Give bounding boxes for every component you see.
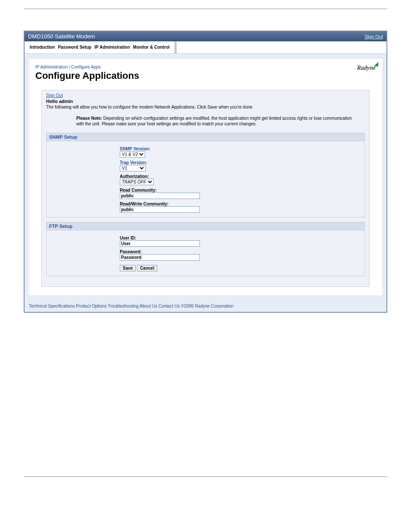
product-title: DMD1050 Satellite Modem xyxy=(28,33,95,40)
content-area: IP Administration / Configure Apps Confi… xyxy=(28,58,383,296)
nav-introduction[interactable]: Introduction xyxy=(29,43,56,51)
rw-community-input[interactable] xyxy=(120,206,200,213)
read-community-input[interactable] xyxy=(120,193,200,199)
signout-link-top[interactable]: Sign Out xyxy=(364,34,383,39)
titlebar: DMD1050 Satellite Modem Sign Out xyxy=(25,31,386,41)
nav-password-setup[interactable]: Password Setup xyxy=(57,43,92,51)
brand-logo: Radyne xyxy=(357,65,376,72)
note-body: Depending on which configuration setting… xyxy=(76,116,352,126)
read-community-label: Read Community: xyxy=(120,188,362,193)
snmp-section-header: SNMP Setup xyxy=(46,133,365,141)
save-button[interactable]: Save xyxy=(120,265,136,271)
authorization-select[interactable]: TRAPS OFF xyxy=(120,179,154,185)
nav-ip-administration[interactable]: IP Administration xyxy=(93,43,131,51)
page-title: Configure Applications xyxy=(35,70,139,81)
password-input[interactable] xyxy=(120,254,200,261)
nav-divider xyxy=(174,41,177,53)
trap-version-select[interactable]: V1 xyxy=(120,165,146,171)
footer-links[interactable]: Technical Specifications Product Options… xyxy=(25,300,386,312)
snmp-version-label: SNMP Version: xyxy=(120,146,362,151)
authorization-label: Authorization: xyxy=(120,174,362,179)
nav-monitor-control[interactable]: Monitor & Control xyxy=(132,43,171,51)
intro-text: The following will allow you how to conf… xyxy=(46,105,365,109)
snmp-version-select[interactable]: V1 & V2 xyxy=(120,151,145,158)
userid-input[interactable] xyxy=(120,240,200,247)
config-panel: Sign Out Hello admin The following will … xyxy=(41,90,370,287)
hello-user: Hello admin xyxy=(46,99,365,104)
please-note: Please Note: Depending on which configur… xyxy=(76,115,361,127)
note-prefix: Please Note: xyxy=(76,116,102,121)
signout-link-panel[interactable]: Sign Out xyxy=(46,93,63,98)
snmp-section-body: SNMP Version: V1 & V2 Trap Version: V1 A… xyxy=(46,141,365,218)
cancel-button[interactable]: Cancel xyxy=(137,265,157,271)
rw-community-label: Read/Write Community: xyxy=(120,202,362,206)
ftp-section-body: User ID: Password: Save Cancel xyxy=(46,230,365,276)
password-label: Password: xyxy=(120,249,362,254)
ftp-section-header: FTP Setup xyxy=(46,222,365,230)
app-window: DMD1050 Satellite Modem Sign Out Introdu… xyxy=(24,31,387,313)
userid-label: User ID: xyxy=(120,236,362,240)
nav-bar: Introduction Password Setup IP Administr… xyxy=(25,41,386,54)
breadcrumb: IP Administration / Configure Apps xyxy=(35,65,139,69)
trap-version-label: Trap Version: xyxy=(120,160,362,165)
